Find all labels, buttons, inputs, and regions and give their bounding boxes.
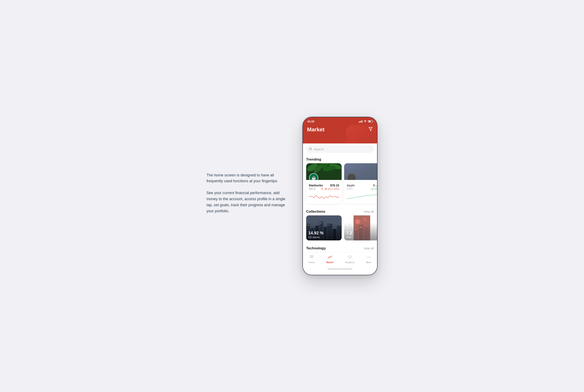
nav-item-more[interactable]: More — [364, 254, 373, 264]
starbucks-name: Starbucks — [309, 184, 323, 187]
svg-point-1 — [310, 148, 312, 150]
bottom-nav: Home Market Academy — [303, 252, 377, 268]
description-paragraph-2: See your current financial performance, … — [206, 190, 286, 214]
apple-change: ↑ $0.09 — [370, 188, 377, 190]
svg-rect-39 — [312, 256, 313, 256]
nav-label-more: More — [366, 261, 371, 264]
trending-scroll: ☕ Starbucks $76.15 SBUX ▼ -$0.94 (1.22 — [303, 163, 377, 207]
header-row: Market — [307, 126, 373, 133]
home-icon — [309, 255, 314, 260]
svg-point-41 — [367, 257, 368, 258]
nav-label-market: Market — [326, 261, 334, 264]
filter-icon[interactable] — [368, 127, 373, 132]
svg-rect-37 — [312, 256, 313, 258]
collection-card-china[interactable]: 7.2 Chin — [344, 216, 377, 240]
nav-label-home: Home — [309, 261, 315, 264]
starbucks-ticker: SBUX — [309, 188, 316, 190]
china-name: Chin — [346, 236, 377, 239]
description-paragraph-1: The home screen is designed to have all … — [206, 172, 286, 184]
stock-card-starbucks[interactable]: ☕ Starbucks $76.15 SBUX ▼ -$0.94 (1.22 — [306, 163, 342, 204]
signal-bars-icon — [359, 120, 362, 122]
svg-line-2 — [311, 150, 312, 150]
description-panel: The home screen is designed to have all … — [206, 172, 286, 220]
svg-rect-38 — [310, 256, 312, 256]
status-bar: 04:20 — [303, 117, 377, 125]
phone-frame: 04:20 — [302, 117, 378, 275]
home-bar — [328, 268, 352, 270]
apple-name: Apple — [347, 184, 355, 187]
search-icon — [309, 148, 312, 151]
collections-section-header: Collections View all — [303, 207, 377, 216]
main-content: Trending — [303, 155, 377, 252]
svg-point-43 — [370, 257, 371, 258]
market-icon — [328, 255, 332, 260]
nav-item-home[interactable]: Home — [307, 254, 316, 264]
search-bar[interactable]: Search — [306, 146, 374, 153]
technology-section-header: Technology View all — [303, 244, 377, 252]
starbucks-change: ▼ -$0.94 (1.22%) — [321, 188, 339, 190]
svg-point-42 — [368, 257, 369, 258]
apple-price: $... — [373, 184, 377, 187]
trending-title: Trending — [306, 158, 321, 162]
svg-marker-0 — [369, 128, 372, 131]
apple-ticker: AAPL — [347, 188, 353, 190]
academy-icon — [348, 255, 352, 260]
wifi-icon — [364, 120, 367, 123]
collections-view-all[interactable]: View all — [364, 210, 374, 213]
nav-item-academy[interactable]: Academy — [343, 254, 356, 264]
technology-title: Technology — [306, 246, 326, 250]
apple-chart — [347, 192, 377, 201]
collection-card-us-stocks[interactable]: 14.92 % US stocks — [306, 216, 342, 240]
china-percentage: 7.2 — [346, 230, 377, 236]
battery-icon — [368, 120, 372, 122]
page-wrapper: The home screen is designed to have all … — [167, 117, 417, 275]
home-indicator — [303, 268, 377, 271]
collections-scroll: 14.92 % US stocks — [303, 216, 377, 244]
starbucks-chart — [309, 192, 339, 201]
technology-view-all[interactable]: View all — [364, 247, 374, 250]
starbucks-price: $76.15 — [330, 184, 339, 187]
page-title: Market — [307, 126, 324, 133]
us-stocks-name: US stocks — [308, 236, 340, 239]
status-time: 04:20 — [308, 120, 314, 123]
trending-section-header: Trending — [303, 155, 377, 163]
search-input[interactable]: Search — [314, 148, 324, 151]
collections-title: Collections — [306, 210, 325, 214]
stock-card-apple[interactable]: Apple $... AAPL ↑ $0.09 — [344, 163, 377, 204]
more-icon — [366, 255, 371, 260]
svg-rect-36 — [310, 256, 312, 258]
status-icons — [359, 120, 372, 123]
search-container: Search — [303, 144, 377, 155]
nav-item-market[interactable]: Market — [324, 254, 335, 264]
nav-label-academy: Academy — [345, 261, 354, 264]
app-header: Market — [303, 125, 377, 144]
us-stocks-percentage: 14.92 % — [308, 230, 340, 236]
